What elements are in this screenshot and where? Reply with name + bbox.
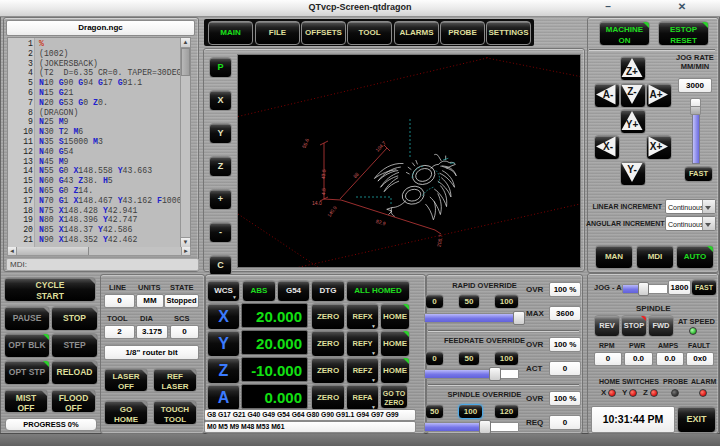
svg-text:Y+: Y+ bbox=[626, 119, 639, 130]
svg-text:55.6: 55.6 bbox=[301, 137, 310, 148]
svg-text:Z+: Z+ bbox=[626, 66, 638, 77]
svg-text:X-: X- bbox=[603, 141, 613, 152]
svg-text:X+: X+ bbox=[650, 141, 663, 152]
svg-text:208.7: 208.7 bbox=[436, 234, 444, 248]
svg-text:Y-: Y- bbox=[627, 164, 636, 175]
svg-text:140.9: 140.9 bbox=[326, 204, 338, 218]
svg-text:82.9: 82.9 bbox=[375, 218, 386, 227]
svg-text:A-: A- bbox=[603, 89, 614, 100]
svg-text:4.5: 4.5 bbox=[320, 188, 327, 196]
svg-text:43.5: 43.5 bbox=[320, 169, 327, 179]
svg-text:14.0: 14.0 bbox=[312, 200, 322, 206]
svg-text:Z-: Z- bbox=[627, 86, 636, 97]
svg-text:A+: A+ bbox=[649, 89, 662, 100]
